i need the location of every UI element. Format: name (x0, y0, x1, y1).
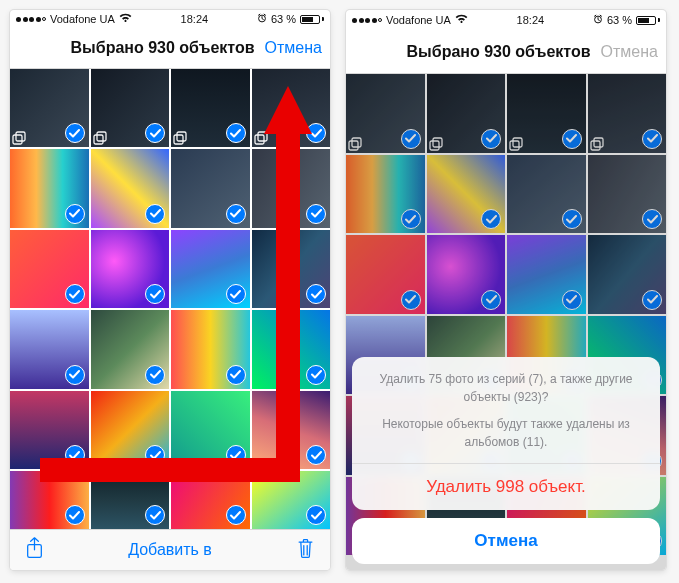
burst-icon (12, 131, 26, 145)
checkmark-icon (65, 445, 85, 465)
photo-thumb[interactable] (171, 69, 250, 148)
status-time: 18:24 (517, 14, 545, 26)
svg-rect-8 (258, 132, 267, 141)
photo-thumb[interactable] (10, 69, 89, 148)
photo-thumb[interactable] (91, 149, 170, 228)
photo-thumb[interactable] (91, 69, 170, 148)
burst-icon (93, 131, 107, 145)
photo-thumb[interactable] (171, 230, 250, 309)
checkmark-icon (145, 365, 165, 385)
photo-thumb[interactable] (10, 310, 89, 389)
photo-thumb[interactable] (91, 310, 170, 389)
checkmark-icon (145, 123, 165, 143)
phone-right: Vodafone UA 18:24 63 % Выбрано 930 объек… (346, 10, 666, 570)
photo-thumb[interactable] (91, 230, 170, 309)
carrier-text: Vodafone UA (50, 13, 115, 25)
photo-thumb[interactable] (10, 149, 89, 228)
svg-rect-2 (16, 132, 25, 141)
photo-grid[interactable] (10, 69, 330, 530)
svg-rect-7 (255, 135, 264, 144)
svg-rect-4 (97, 132, 106, 141)
checkmark-icon (306, 505, 326, 525)
photo-thumb[interactable] (252, 69, 331, 148)
sheet-cancel-button[interactable]: Отмена (352, 518, 660, 564)
checkmark-icon (65, 365, 85, 385)
checkmark-icon (306, 365, 326, 385)
signal-icon (16, 17, 46, 22)
checkmark-icon (145, 284, 165, 304)
alarm-icon (593, 14, 603, 26)
battery-icon (300, 15, 324, 24)
photo-thumb[interactable] (252, 310, 331, 389)
photo-thumb[interactable] (252, 149, 331, 228)
checkmark-icon (65, 505, 85, 525)
photo-thumb[interactable] (171, 310, 250, 389)
checkmark-icon (145, 204, 165, 224)
status-bar: Vodafone UA 18:24 63 % (346, 10, 666, 30)
nav-title: Выбрано 930 объектов (407, 43, 591, 61)
signal-icon (352, 18, 382, 23)
nav-cancel-button[interactable]: Отмена (265, 39, 322, 57)
nav-bar: Выбрано 930 объектов Отмена (346, 30, 666, 74)
phone-left: Vodafone UA 18:24 63 % Выбрано 930 объек… (10, 10, 330, 570)
checkmark-icon (306, 445, 326, 465)
svg-rect-3 (94, 135, 103, 144)
carrier-text: Vodafone UA (386, 14, 451, 26)
burst-icon (173, 131, 187, 145)
photo-thumb[interactable] (252, 471, 331, 529)
checkmark-icon (145, 505, 165, 525)
nav-cancel-button: Отмена (601, 43, 658, 61)
checkmark-icon (145, 445, 165, 465)
photo-thumb[interactable] (171, 149, 250, 228)
battery-text: 63 % (607, 14, 632, 26)
bottom-toolbar: Добавить в (10, 529, 330, 570)
photo-thumb[interactable] (171, 391, 250, 470)
checkmark-icon (306, 284, 326, 304)
checkmark-icon (306, 123, 326, 143)
photo-thumb[interactable] (91, 471, 170, 529)
action-sheet: Удалить 75 фото из серий (7), а также др… (352, 357, 660, 564)
checkmark-icon (65, 284, 85, 304)
photo-thumb[interactable] (171, 471, 250, 529)
photo-thumb[interactable] (252, 230, 331, 309)
photo-thumb[interactable] (10, 230, 89, 309)
trash-button[interactable] (295, 537, 316, 564)
nav-title: Выбрано 930 объектов (71, 39, 255, 57)
battery-text: 63 % (271, 13, 296, 25)
checkmark-icon (226, 204, 246, 224)
checkmark-icon (226, 505, 246, 525)
svg-rect-6 (177, 132, 186, 141)
photo-thumb[interactable] (91, 391, 170, 470)
checkmark-icon (65, 204, 85, 224)
checkmark-icon (226, 365, 246, 385)
checkmark-icon (226, 445, 246, 465)
svg-rect-1 (13, 135, 22, 144)
status-time: 18:24 (181, 13, 209, 25)
sheet-message: Удалить 75 фото из серий (7), а также др… (352, 357, 660, 463)
wifi-icon (455, 14, 468, 26)
alarm-icon (257, 13, 267, 25)
photo-thumb[interactable] (10, 391, 89, 470)
wifi-icon (119, 13, 132, 25)
nav-bar: Выбрано 930 объектов Отмена (10, 28, 330, 69)
burst-icon (254, 131, 268, 145)
battery-icon (636, 16, 660, 25)
checkmark-icon (65, 123, 85, 143)
share-button[interactable] (24, 537, 45, 564)
checkmark-icon (226, 123, 246, 143)
status-bar: Vodafone UA 18:24 63 % (10, 10, 330, 28)
svg-rect-5 (174, 135, 183, 144)
delete-confirm-button[interactable]: Удалить 998 объект. (352, 463, 660, 510)
checkmark-icon (226, 284, 246, 304)
photo-thumb[interactable] (10, 471, 89, 529)
photo-thumb[interactable] (252, 391, 331, 470)
add-to-button[interactable]: Добавить в (128, 541, 212, 559)
checkmark-icon (306, 204, 326, 224)
